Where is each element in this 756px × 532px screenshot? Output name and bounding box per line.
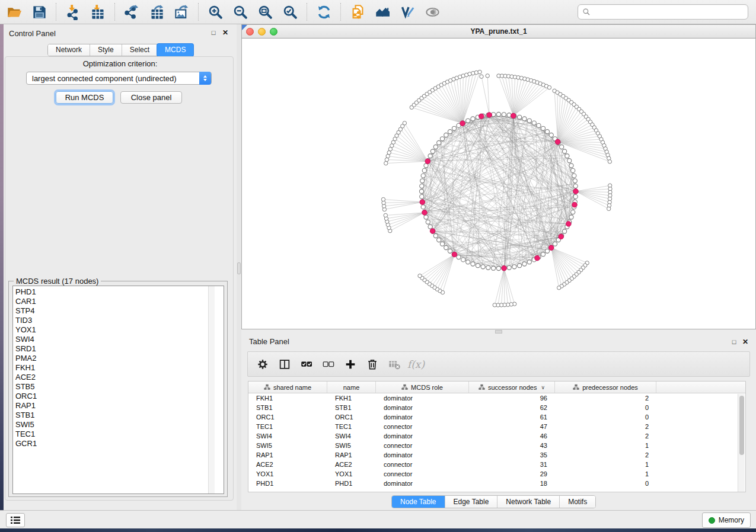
- table-cell[interactable]: RAP1: [248, 450, 327, 460]
- table-row[interactable]: ORC1ORC1dominator610: [248, 412, 745, 422]
- search-box[interactable]: [578, 4, 748, 20]
- table-cell[interactable]: STB1: [248, 403, 327, 412]
- table-cell[interactable]: 2: [555, 450, 656, 460]
- table-cell[interactable]: 43: [469, 441, 555, 450]
- table-cell[interactable]: connector: [376, 460, 469, 469]
- table-row[interactable]: RAP1RAP1dominator352: [248, 450, 745, 460]
- table-cell[interactable]: 96: [469, 393, 555, 403]
- mcds-result-item[interactable]: YOX1: [15, 325, 224, 335]
- mcds-result-item[interactable]: ORC1: [15, 392, 224, 401]
- network-graph[interactable]: [242, 39, 755, 329]
- select-all-button[interactable]: [295, 354, 317, 375]
- tab-mcds[interactable]: MCDS: [157, 44, 193, 56]
- table-cell[interactable]: 18: [469, 479, 555, 488]
- zoom-selected-button[interactable]: [279, 2, 301, 21]
- mcds-result-item[interactable]: GCR1: [15, 439, 224, 448]
- table-cell[interactable]: YOX1: [248, 469, 327, 479]
- vertical-splitter[interactable]: [237, 24, 241, 510]
- search-input[interactable]: [594, 8, 744, 16]
- mcds-result-item[interactable]: STP4: [15, 306, 224, 316]
- task-history-button[interactable]: [6, 513, 25, 527]
- table-cell[interactable]: dominator: [376, 393, 469, 403]
- mcds-result-item[interactable]: FKH1: [15, 363, 224, 373]
- table-cell[interactable]: 1: [555, 441, 656, 450]
- export-network-button[interactable]: [121, 2, 142, 21]
- table-cell[interactable]: 1: [555, 460, 656, 469]
- table-cell[interactable]: 2: [555, 431, 656, 441]
- mcds-result-item[interactable]: STB1: [15, 411, 224, 420]
- float-panel-icon[interactable]: □: [730, 338, 738, 345]
- clone-network-button[interactable]: [347, 2, 368, 21]
- columns-button[interactable]: [273, 354, 295, 375]
- table-cell[interactable]: dominator: [376, 479, 469, 488]
- mcds-result-item[interactable]: TID3: [15, 316, 224, 325]
- zoom-in-button[interactable]: [205, 2, 226, 21]
- table-cell[interactable]: TEC1: [327, 422, 376, 431]
- table-cell[interactable]: 0: [555, 479, 656, 488]
- table-cell[interactable]: 47: [469, 422, 555, 431]
- table-cell[interactable]: SWI5: [327, 441, 376, 450]
- table-scrollbar[interactable]: [738, 394, 745, 492]
- table-cell[interactable]: STB1: [327, 403, 376, 412]
- mcds-result-item[interactable]: SWI4: [15, 335, 224, 344]
- table-row[interactable]: YOX1YOX1connector291: [248, 469, 745, 479]
- mcds-result-item[interactable]: STB5: [15, 382, 224, 392]
- mcds-result-item[interactable]: RAP1: [15, 401, 224, 411]
- mcds-result-item[interactable]: SWI5: [15, 420, 224, 430]
- mcds-result-item[interactable]: PHD1: [15, 287, 224, 297]
- horizontal-splitter[interactable]: [241, 329, 756, 334]
- table-cell[interactable]: SWI5: [248, 441, 327, 450]
- table-cell[interactable]: YOX1: [327, 469, 376, 479]
- table-row[interactable]: SWI5SWI5connector431: [248, 441, 745, 450]
- table-cell[interactable]: PHD1: [327, 479, 376, 488]
- column-header-MCDS-role[interactable]: MCDS role: [376, 382, 469, 393]
- close-panel-icon[interactable]: ✕: [221, 28, 229, 37]
- tab-motifs[interactable]: Motifs: [560, 496, 595, 508]
- unselect-all-button[interactable]: [317, 354, 339, 375]
- save-button[interactable]: [28, 2, 50, 21]
- zoom-fit-button[interactable]: [254, 2, 276, 21]
- table-row[interactable]: PHD1PHD1dominator180: [248, 479, 745, 488]
- close-panel-icon[interactable]: ✕: [741, 338, 749, 346]
- table-cell[interactable]: dominator: [376, 431, 469, 441]
- table-cell[interactable]: 61: [469, 412, 555, 422]
- mcds-result-item[interactable]: CAR1: [15, 297, 224, 306]
- tab-select[interactable]: Select: [122, 44, 158, 56]
- table-cell[interactable]: connector: [376, 441, 469, 450]
- tab-network-table[interactable]: Network Table: [497, 496, 560, 508]
- memory-button[interactable]: Memory: [702, 512, 751, 528]
- mcds-result-item[interactable]: ACE2: [15, 373, 224, 382]
- hide-panel-button[interactable]: [422, 2, 443, 21]
- add-button[interactable]: [339, 354, 361, 375]
- table-row[interactable]: TEC1TEC1connector472: [248, 422, 745, 431]
- table-cell[interactable]: SWI4: [327, 431, 376, 441]
- mcds-result-list[interactable]: PHD1CAR1STP4TID3YOX1SWI4SRD1PMA2FKH1ACE2…: [12, 286, 224, 494]
- zoom-out-button[interactable]: [229, 2, 251, 21]
- table-cell[interactable]: 0: [555, 403, 656, 412]
- tab-network[interactable]: Network: [48, 44, 90, 56]
- table-cell[interactable]: 29: [469, 469, 555, 479]
- network-window-titlebar[interactable]: YPA_prune.txt_1: [242, 25, 755, 39]
- table-row[interactable]: ACE2ACE2connector311: [248, 460, 745, 469]
- run-mcds-button[interactable]: Run MCDS: [56, 91, 113, 104]
- table-cell[interactable]: 46: [469, 431, 555, 441]
- column-header-successor-nodes[interactable]: successor nodes∨: [469, 382, 555, 393]
- splitter-grip[interactable]: [237, 262, 241, 274]
- gear-button[interactable]: [251, 354, 273, 375]
- tab-style[interactable]: Style: [90, 44, 122, 56]
- table-cell[interactable]: dominator: [376, 403, 469, 412]
- mcds-result-item[interactable]: TEC1: [15, 430, 224, 439]
- table-cell[interactable]: 35: [469, 450, 555, 460]
- table-cell[interactable]: SWI4: [248, 431, 327, 441]
- table-cell[interactable]: 2: [555, 422, 656, 431]
- float-panel-icon[interactable]: □: [209, 29, 218, 36]
- home-button[interactable]: [372, 2, 393, 21]
- table-cell[interactable]: 0: [555, 412, 656, 422]
- column-header-name[interactable]: name: [327, 382, 376, 393]
- network-canvas[interactable]: [242, 39, 755, 329]
- table-cell[interactable]: RAP1: [327, 450, 376, 460]
- column-header-shared-name[interactable]: shared name: [248, 382, 327, 393]
- vizmapper-button[interactable]: [397, 2, 418, 21]
- table-cell[interactable]: dominator: [376, 412, 469, 422]
- table-cell[interactable]: FKH1: [327, 393, 376, 403]
